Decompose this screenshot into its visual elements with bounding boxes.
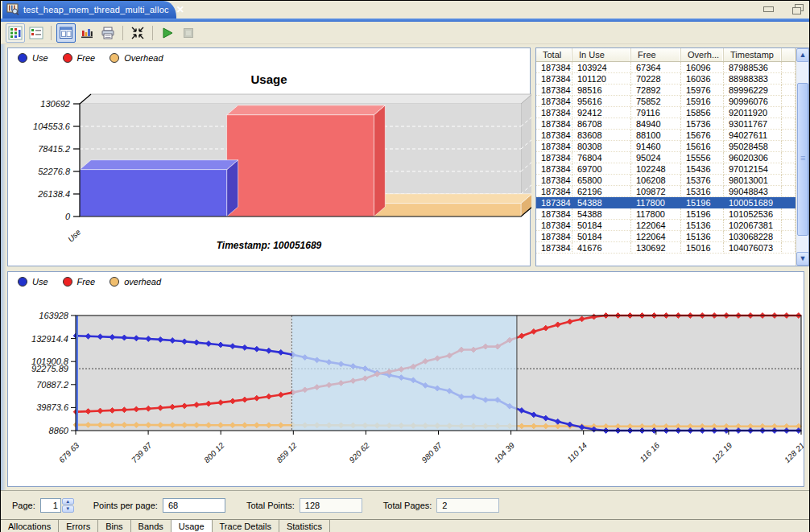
svg-text:122 19: 122 19	[710, 440, 734, 464]
page-input[interactable]: 1	[40, 498, 61, 513]
chart-view-icon[interactable]	[77, 23, 97, 43]
table-cell: 90996076	[724, 96, 782, 107]
table-row[interactable]: 187384103924673641609687988536	[536, 62, 796, 73]
svg-text:679 63: 679 63	[57, 440, 81, 464]
table-cell: 70228	[631, 73, 681, 85]
tab-close-icon[interactable]: ✕	[176, 4, 184, 15]
table-cell: 187384	[536, 118, 572, 130]
total-points-label: Total Points:	[246, 501, 295, 510]
minimize-view-icon[interactable]	[762, 4, 774, 14]
toolbar-separator	[122, 26, 123, 40]
table-cell: 15016	[681, 242, 724, 254]
table-row[interactable]: 1873845438811780015196101052536	[536, 208, 796, 220]
table-cell-filler	[782, 197, 796, 208]
svg-text:26138.4: 26138.4	[37, 189, 70, 199]
table-row[interactable]: 187384101120702281603688988383	[536, 73, 796, 85]
scrollbar-thumb[interactable]	[797, 83, 808, 236]
tab-usage[interactable]: Usage	[171, 520, 213, 532]
table-cell: 187384	[536, 85, 572, 96]
spinner-up-icon[interactable]: ▲	[62, 498, 74, 505]
legend-label: Overhead	[124, 53, 163, 63]
run-icon[interactable]	[158, 23, 177, 43]
svg-text:920 62: 920 62	[347, 440, 371, 464]
column-header[interactable]: In Use	[572, 48, 631, 61]
svg-text:0: 0	[65, 212, 71, 221]
table-row[interactable]: 18738480308914601561695028458	[536, 141, 796, 152]
table-row[interactable]: 1873845018412206415136102067381	[536, 220, 796, 231]
tab-errors[interactable]: Errors	[59, 520, 98, 532]
table-row[interactable]: 18738495616758521591690996076	[536, 96, 796, 107]
legend-color-dot	[63, 53, 72, 63]
table-row[interactable]: 18738476804950241555696020306	[536, 152, 796, 163]
page-spinner[interactable]: ▲▼	[62, 498, 74, 513]
tab-trace-details[interactable]: Trace Details	[213, 520, 279, 532]
table-cell: 41676	[572, 242, 631, 254]
fit-to-window-icon[interactable]	[128, 23, 147, 43]
table-row[interactable]: 1873844167613069215016104076073	[536, 242, 796, 254]
tab-allocations[interactable]: Allocations	[1, 520, 59, 532]
table-cell: 15976	[681, 85, 724, 96]
table-row[interactable]: 187384621961098721531699048843	[536, 186, 796, 197]
svg-text:110 14: 110 14	[565, 440, 589, 464]
tab-statistics[interactable]: Statistics	[279, 520, 330, 532]
table-cell: 15616	[681, 141, 724, 152]
scroll-up-icon[interactable]: ▲	[796, 48, 809, 62]
editor-tab[interactable]: test_heap_mem_thread_multi_alloc ✕	[2, 1, 176, 19]
table-row[interactable]: 18738486708849401573693011767	[536, 118, 796, 130]
column-header[interactable]: Total	[536, 48, 572, 61]
table-row[interactable]: 187384658001062081537698013001	[536, 175, 796, 186]
column-header[interactable]: Overh...	[681, 48, 724, 61]
table-cell: 15736	[681, 118, 724, 130]
metrics-list-icon[interactable]	[27, 23, 46, 43]
table-cell: 187384	[536, 107, 572, 118]
table-cell: 187384	[536, 62, 572, 73]
tab-bins[interactable]: Bins	[98, 520, 130, 532]
points-per-page-input[interactable]: 68	[163, 498, 225, 513]
column-header[interactable]: Timestamp	[724, 48, 782, 61]
table-row[interactable]: 187384697001022481543697012154	[536, 163, 796, 175]
maximize-restore-view-icon[interactable]	[791, 4, 803, 14]
table-row[interactable]: 18738498516728921597689996229	[536, 85, 796, 96]
table-row[interactable]: 1873845438811780015196100051689	[536, 197, 796, 208]
table-cell: 187384	[536, 73, 572, 85]
table-cell: 15676	[681, 130, 724, 141]
table-cell: 93011767	[724, 118, 782, 130]
table-scrollbar[interactable]: ▲ ▼	[796, 48, 808, 266]
table-cell: 16036	[681, 73, 724, 85]
table-cell-filler	[782, 208, 796, 220]
table-header-row: TotalIn UseFreeOverh...Timestamp	[536, 48, 796, 62]
table-cell: 15136	[681, 231, 724, 242]
table-cell: 72892	[631, 85, 681, 96]
table-cell: 102248	[631, 163, 681, 175]
column-header[interactable]: Free	[631, 48, 681, 61]
print-icon[interactable]	[98, 23, 118, 43]
table-cell: 15556	[681, 152, 724, 163]
spinner-down-icon[interactable]: ▼	[62, 505, 74, 513]
table-cell: 54388	[572, 197, 631, 208]
metrics-grid-icon[interactable]	[6, 23, 25, 43]
svg-text:92275.89: 92275.89	[31, 364, 68, 373]
table-cell: 95024	[631, 152, 681, 163]
view-tabs: AllocationsErrorsBinsBandsUsageTrace Det…	[1, 519, 809, 532]
table-row[interactable]: 1873845018412206415136103068228	[536, 231, 796, 242]
form-view-icon[interactable]	[56, 23, 76, 43]
table-cell: 80308	[572, 141, 631, 152]
table-cell: 86708	[572, 118, 631, 130]
legend-color-dot	[18, 53, 27, 63]
table-cell: 99048843	[724, 186, 782, 197]
table-cell: 92011920	[724, 107, 782, 118]
table-cell: 54388	[572, 208, 631, 220]
table-row[interactable]: 18738483608881001567694027611	[536, 130, 796, 141]
legend-item: Use	[18, 53, 48, 63]
table-cell: 15436	[681, 163, 724, 175]
svg-text:163928: 163928	[39, 311, 69, 320]
table-row[interactable]: 18738492412791161585692011920	[536, 107, 796, 118]
scroll-down-icon[interactable]: ▼	[796, 252, 809, 266]
svg-text:132914.4: 132914.4	[31, 334, 68, 344]
table-cell: 69700	[572, 163, 631, 175]
table-cell: 109872	[631, 186, 681, 197]
profiler-tab-icon	[6, 3, 19, 17]
table-cell: 62196	[572, 186, 631, 197]
trend-line-chart[interactable]: 163928132914.4101900.870887.239873.68860…	[8, 272, 804, 486]
tab-bands[interactable]: Bands	[131, 520, 172, 532]
